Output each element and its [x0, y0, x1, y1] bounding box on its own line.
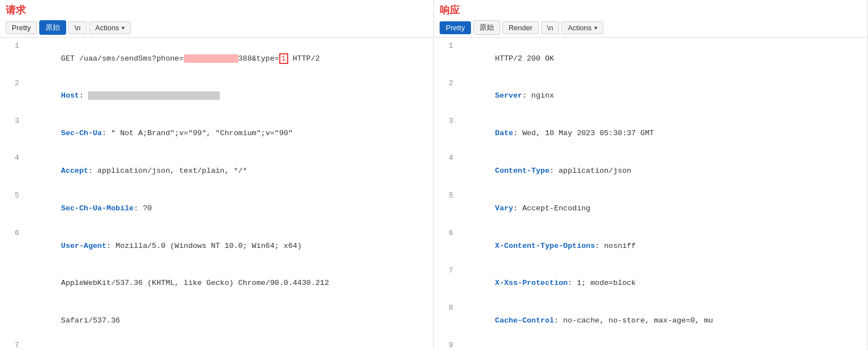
response-line-2: 2 Server: nginx [434, 77, 867, 115]
response-newline-button[interactable]: \n [541, 21, 560, 34]
request-line-2: 2 Host: ████████████████████████████ [0, 77, 433, 115]
request-panel: 请求 Pretty 原始 \n Actions ▾ 1 GET /uaa/sms… [0, 0, 434, 350]
response-title: 响应 [440, 3, 862, 17]
response-actions-chevron-icon: ▾ [594, 25, 597, 31]
request-raw-button[interactable]: 原始 [39, 20, 66, 35]
response-panel: 响应 Pretty 原始 Render \n Actions ▾ 1 HTTP/… [434, 0, 868, 350]
response-pretty-button[interactable]: Pretty [440, 21, 471, 34]
response-actions-button[interactable]: Actions ▾ [561, 21, 603, 34]
response-content: 1 HTTP/2 200 OK 2 Server: nginx 3 Date: … [434, 38, 867, 350]
request-line-6: 6 User-Agent: Mozilla/5.0 (Windows NT 10… [0, 227, 433, 265]
request-newline-button[interactable]: \n [68, 21, 87, 34]
request-pretty-button[interactable]: Pretty [6, 21, 37, 34]
request-line-4: 4 Accept: application/json, text/plain, … [0, 152, 433, 190]
request-content: 1 GET /uaa/sms/sendSms?phone=███████████… [0, 38, 433, 350]
request-line-3: 3 Sec-Ch-Ua: " Not A;Brand";v="99", "Chr… [0, 115, 433, 153]
request-line-6c: Safari/537.36 [0, 302, 433, 339]
request-toolbar: Pretty 原始 \n Actions ▾ [6, 20, 428, 35]
response-line-8: 8 Cache-Control: no-cache, no-store, max… [434, 302, 867, 339]
response-line-3: 3 Date: Wed, 10 May 2023 05:30:37 GMT [434, 115, 867, 153]
response-render-button[interactable]: Render [502, 21, 539, 34]
response-line-1: 1 HTTP/2 200 OK [434, 40, 867, 77]
response-line-4: 4 Content-Type: application/json [434, 152, 867, 190]
response-raw-button[interactable]: 原始 [473, 20, 500, 35]
request-line-5: 5 Sec-Ch-Ua-Mobile: ?0 [0, 190, 433, 227]
request-line-7: 7 Origin: https://t.mashibing.com [0, 339, 433, 350]
request-actions-chevron-icon: ▾ [122, 25, 124, 31]
response-line-7: 7 X-Xss-Protection: 1; mode=block [434, 265, 867, 302]
response-actions-label: Actions [567, 24, 592, 32]
request-actions-label: Actions [95, 24, 119, 32]
request-header: 请求 Pretty 原始 \n Actions ▾ [0, 0, 433, 38]
response-header: 响应 Pretty 原始 Render \n Actions ▾ [434, 0, 867, 38]
response-line-6: 6 X-Content-Type-Options: nosniff [434, 227, 867, 265]
request-title: 请求 [6, 3, 428, 17]
response-toolbar: Pretty 原始 Render \n Actions ▾ [440, 20, 862, 35]
response-line-5: 5 Vary: Accept-Encoding [434, 190, 867, 227]
response-line-9: 9 Pragma: no-cache [434, 339, 867, 350]
request-actions-button[interactable]: Actions ▾ [89, 21, 131, 34]
request-line-1: 1 GET /uaa/sms/sendSms?phone=███████████… [0, 40, 433, 77]
request-line-6b: AppleWebKit/537.36 (KHTML, like Gecko) C… [0, 265, 433, 302]
